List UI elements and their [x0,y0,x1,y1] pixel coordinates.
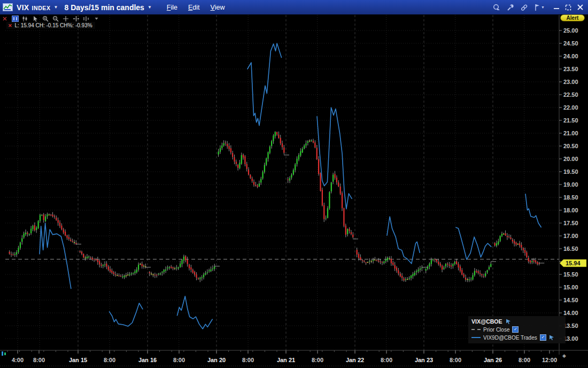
svg-text:8:00: 8:00 [173,357,185,363]
svg-text:19.50: 19.50 [563,168,578,175]
panel-handle-icon[interactable] [1,349,7,359]
chart-area: 25.0024.5024.0023.5023.0022.5022.0021.50… [0,14,588,368]
vix9d-checkbox[interactable]: ✓ [540,334,546,341]
svg-text:16.50: 16.50 [563,246,578,252]
symbol-suffix-label[interactable]: INDEX [32,4,50,11]
svg-text:18.00: 18.00 [563,207,578,213]
titlebar[interactable]: VIX INDEX ▼ 8 Days/15 min candles ▼ File… [0,0,588,14]
timeframe-label[interactable]: 8 Days/15 min candles [64,3,144,12]
settings-wrench-icon[interactable] [507,4,514,11]
chart-legend[interactable]: VIX@CBOE Prior Close ✓ VIX9D@CBOE Trades… [468,316,566,343]
svg-text:15.00: 15.00 [563,284,578,290]
chart-window: VIX INDEX ▼ 8 Days/15 min candles ▼ File… [0,0,588,368]
maximize-button[interactable] [565,4,571,11]
quote-summary: L: 15.94 CH: -0.15 CH%: -0.93% [15,22,92,28]
svg-text:23.00: 23.00 [563,79,578,85]
svg-text:8:00: 8:00 [104,357,115,363]
svg-text:Jan 23: Jan 23 [415,357,433,363]
svg-text:17.00: 17.00 [563,233,578,239]
cursor-arrow-icon[interactable] [32,15,39,22]
svg-text:Jan 22: Jan 22 [346,357,364,363]
price-chart[interactable]: 25.0024.5024.0023.5023.0022.5022.0021.50… [0,14,588,368]
svg-text:24.00: 24.00 [563,53,578,59]
minimize-button[interactable] [553,4,560,11]
legend-label-prior-close: Prior Close [483,327,509,333]
menu-view[interactable]: View [211,4,225,11]
svg-text:8:00: 8:00 [450,357,461,363]
menubar: File Edit View [167,4,225,11]
legend-pointer-icon[interactable] [506,319,511,324]
interval-ticks-icon[interactable] [82,15,90,22]
svg-text:20.50: 20.50 [563,143,578,149]
link-icon[interactable] [520,4,528,11]
vix9d-pointer-icon[interactable] [549,335,554,340]
last-price-tag: 15.94 [560,259,586,267]
svg-text:Jan 21: Jan 21 [277,357,295,363]
y-axis[interactable]: 25.0024.5024.0023.5023.0022.5022.0021.50… [559,27,578,342]
symbol-label[interactable]: VIX [17,3,29,12]
splitter-diamond-icon[interactable]: ◆ [562,353,566,358]
svg-text:17.50: 17.50 [563,220,578,226]
legend-item-vix9d: VIX9D@CBOE Trades ✓ [471,334,562,341]
svg-text:8:00: 8:00 [242,357,254,363]
plot-borders [0,15,588,366]
crosshair-icon[interactable] [62,15,69,22]
grid-layer [5,15,559,350]
close-button[interactable] [577,4,584,11]
vix9d-line-sample [471,337,481,338]
svg-text:22.00: 22.00 [563,104,578,111]
svg-text:20.00: 20.00 [563,156,578,162]
svg-text:24.50: 24.50 [563,40,578,47]
prior-close-line-sample [471,329,481,330]
svg-text:12:00: 12:00 [542,357,557,363]
svg-text:14.50: 14.50 [563,297,578,303]
svg-text:Jan 20: Jan 20 [207,357,226,363]
x-axis[interactable]: 4:008:00Jan 158:00Jan 168:00Jan 208:00Ja… [7,350,557,363]
remove-study-icon[interactable]: ✕ [8,23,12,28]
alert-button[interactable]: Alert [560,14,585,21]
menu-file[interactable]: File [167,4,177,11]
svg-text:4:00: 4:00 [12,357,24,363]
timeframe-dropdown-caret-icon[interactable]: ▼ [148,5,152,10]
vix9d-line-layer [40,43,541,329]
svg-text:22.50: 22.50 [563,91,578,98]
quote-overlay: ✕ L: 15.94 CH: -0.15 CH%: -0.93% [6,22,95,29]
svg-text:25.00: 25.00 [563,27,578,34]
svg-text:15.94: 15.94 [566,260,581,266]
svg-text:21.50: 21.50 [563,117,578,124]
svg-text:14.00: 14.00 [563,310,578,316]
zoom-in-icon[interactable] [42,15,49,22]
legend-item-prior-close: Prior Close ✓ [471,326,562,333]
zoom-out-icon[interactable] [52,15,59,22]
svg-text:15.50: 15.50 [563,271,578,278]
toolbar-dropdown-caret-icon[interactable] [92,15,100,22]
chart-toolbar [1,15,100,22]
svg-text:23.50: 23.50 [563,66,578,72]
svg-text:19.00: 19.00 [563,181,578,188]
share-chat-icon[interactable] [492,4,501,11]
svg-text:8:00: 8:00 [519,357,530,363]
pan-horizontal-icon[interactable] [72,15,80,22]
close-panel-icon[interactable] [1,15,9,22]
svg-text:18.50: 18.50 [563,194,578,201]
candle-pattern-icon[interactable] [21,15,29,22]
svg-text:8:00: 8:00 [381,357,392,363]
legend-title: VIX@CBOE [471,318,502,325]
window-controls [553,4,584,11]
svg-text:13.50: 13.50 [563,323,578,329]
chart-style-button[interactable] [11,15,19,22]
svg-text:8:00: 8:00 [312,357,323,363]
prior-close-checkbox[interactable]: ✓ [512,326,519,333]
pin-dropdown-caret-icon[interactable]: ▼ [541,5,545,9]
menu-edit[interactable]: Edit [188,4,200,11]
chart-app-icon [3,3,13,11]
svg-text:Jan 15: Jan 15 [69,357,87,363]
svg-text:8:00: 8:00 [33,357,45,363]
svg-text:Jan 26: Jan 26 [484,357,502,363]
svg-text:Jan 16: Jan 16 [138,357,157,363]
svg-text:13.00: 13.00 [563,335,578,342]
legend-label-vix9d: VIX9D@CBOE Trades [483,335,537,341]
pin-icon[interactable]: ▼ [534,4,545,11]
svg-text:21.00: 21.00 [563,130,578,136]
symbol-dropdown-caret-icon[interactable]: ▼ [54,5,58,10]
